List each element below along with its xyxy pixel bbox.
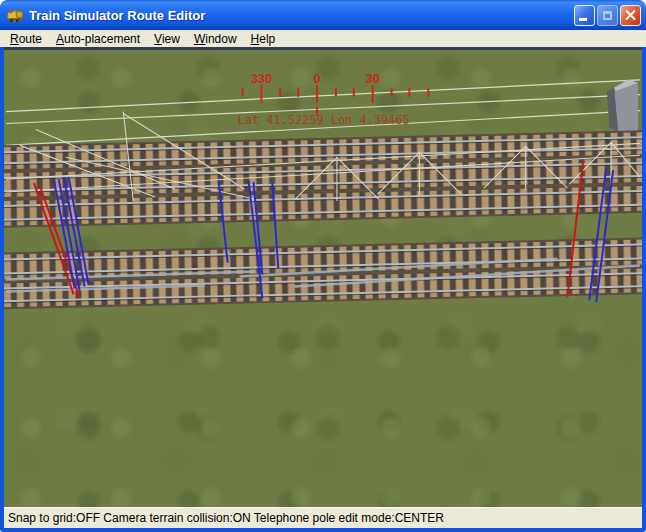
menu-item-route[interactable]: Route	[3, 31, 49, 47]
close-button[interactable]	[620, 5, 641, 26]
viewport-3d[interactable]: 330 0 30 Lat 41.52259 Lon 4.39465	[4, 50, 642, 507]
building-fragment	[607, 80, 638, 136]
client-area: 330 0 30 Lat 41.52259 Lon 4.39465	[4, 47, 642, 507]
status-text: Snap to grid:OFF Camera terrain collisio…	[8, 511, 444, 525]
menu-item-help[interactable]: Help	[244, 31, 283, 47]
menu-item-auto-placement[interactable]: Auto-placement	[49, 31, 147, 47]
app-window: Train Simulator Route Editor Route Auto-…	[0, 0, 646, 532]
minimize-button[interactable]	[574, 5, 595, 26]
compass-label-330: 330	[251, 71, 273, 86]
window-title: Train Simulator Route Editor	[29, 8, 574, 23]
position-readout: Lat 41.52259 Lon 4.39465	[238, 113, 410, 127]
scene-overlay: 330 0 30 Lat 41.52259 Lon 4.39465	[4, 50, 642, 507]
compass-label-30: 30	[365, 71, 379, 86]
title-bar[interactable]: Train Simulator Route Editor	[0, 0, 646, 30]
maximize-button[interactable]	[597, 5, 618, 26]
compass-label-0: 0	[313, 71, 320, 86]
menu-item-view[interactable]: View	[147, 31, 187, 47]
steam-locomotive-icon	[6, 6, 24, 24]
minimize-icon	[579, 18, 587, 21]
menu-item-window[interactable]: Window	[187, 31, 244, 47]
window-controls	[574, 5, 641, 26]
menu-bar: Route Auto-placement View Window Help	[0, 30, 646, 47]
status-bar: Snap to grid:OFF Camera terrain collisio…	[4, 507, 642, 528]
close-icon	[621, 6, 640, 25]
maximize-icon	[603, 11, 612, 20]
